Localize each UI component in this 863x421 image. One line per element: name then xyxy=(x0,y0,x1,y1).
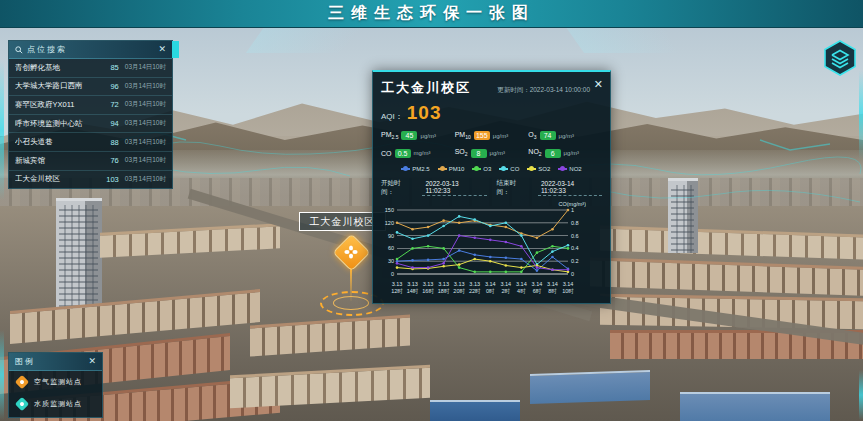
collapse-handle[interactable] xyxy=(172,41,179,58)
pollutant-unit: μg/m³ xyxy=(559,133,574,139)
station-aqi-value: 76 xyxy=(110,156,118,165)
svg-text:3.14: 3.14 xyxy=(563,281,574,287)
map-legend-panel: 图例 ✕ 空气监测站点 水质监测站点 xyxy=(8,352,103,418)
aqi-label: AQI： xyxy=(381,111,403,122)
station-name: 工大金川校区 xyxy=(15,174,102,184)
station-panel-title: 点位搜索 xyxy=(27,44,67,55)
svg-text:3.13: 3.13 xyxy=(469,281,480,287)
station-name: 新城宾馆 xyxy=(15,156,106,166)
close-icon[interactable]: ✕ xyxy=(594,78,603,91)
station-name: 大学城大学路口西南 xyxy=(15,81,106,91)
pollutant-metric: O3 74 μg/m³ xyxy=(528,131,602,140)
svg-text:0: 0 xyxy=(391,271,394,277)
station-list-item[interactable]: 青创孵化基地 85 03月14日10时 xyxy=(9,59,172,78)
svg-text:0.4: 0.4 xyxy=(571,245,579,251)
pollutant-value-badge: 6 xyxy=(545,149,561,158)
legend-marker xyxy=(401,168,410,170)
legend-label: PM2.5 xyxy=(412,166,429,172)
legend-marker xyxy=(527,168,536,170)
station-update-time: 03月14日10时 xyxy=(125,175,166,184)
svg-text:3.13: 3.13 xyxy=(438,281,449,287)
close-icon[interactable]: ✕ xyxy=(158,45,166,54)
pollutant-trend-chart: CO(mg/m³)030609012015000.20.40.60.813.13… xyxy=(381,200,586,307)
light-streak xyxy=(566,27,734,53)
legend-list: 空气监测站点 水质监测站点 xyxy=(9,371,102,415)
station-list-item[interactable]: 新城宾馆 76 03月14日10时 xyxy=(9,152,172,171)
legend-label: PM10 xyxy=(449,166,465,172)
legend-label: O3 xyxy=(483,166,491,172)
pollutant-metric: PM10 155 μg/m³ xyxy=(455,131,529,140)
svg-text:20时: 20时 xyxy=(453,288,465,294)
highrise-building xyxy=(668,178,698,253)
chart-legend-item[interactable]: SO2 xyxy=(527,166,550,172)
pollutant-value-badge: 45 xyxy=(401,131,417,140)
svg-text:3.13: 3.13 xyxy=(392,281,403,287)
chart-legend-item[interactable]: O3 xyxy=(472,166,491,172)
station-update-time: 03月14日10时 xyxy=(125,100,166,109)
close-icon[interactable]: ✕ xyxy=(88,357,96,366)
app-header: 三维生态环保一张图 xyxy=(0,0,863,28)
svg-text:0.2: 0.2 xyxy=(571,258,579,264)
pollutant-metric: SO2 8 μg/m³ xyxy=(455,148,529,157)
end-time-label: 结束时间： xyxy=(497,179,528,197)
station-list-item[interactable]: 呼市环境监测中心站 94 03月14日10时 xyxy=(9,115,172,134)
station-list-item[interactable]: 大学城大学路口西南 96 03月14日10时 xyxy=(9,78,172,97)
svg-text:3.13: 3.13 xyxy=(454,281,465,287)
station-search-panel: 点位搜索 ✕ 青创孵化基地 85 03月14日10时 大学城大学路口西南 96 … xyxy=(8,40,173,189)
station-update-time: 03月14日10时 xyxy=(125,82,166,91)
station-detail-popup: ✕ 工大金川校区 更新时间：2022-03-14 10:00:00 AQI： 1… xyxy=(372,70,611,304)
svg-text:3.14: 3.14 xyxy=(547,281,558,287)
station-update-time: 03月14日10时 xyxy=(125,138,166,147)
pollutant-metric: CO 0.5 mg/m³ xyxy=(381,148,455,157)
chart-legend-item[interactable]: NO2 xyxy=(558,166,581,172)
svg-text:3.14: 3.14 xyxy=(500,281,511,287)
station-list-item[interactable]: 工大金川校区 103 03月14日10时 xyxy=(9,171,172,189)
station-list-item[interactable]: 小召头道巷 88 03月14日10时 xyxy=(9,133,172,152)
layers-icon[interactable] xyxy=(823,40,857,76)
svg-text:60: 60 xyxy=(388,245,394,251)
pollutant-name: NO2 xyxy=(528,148,541,157)
station-marker-icon xyxy=(15,397,29,411)
pollutant-value-badge: 0.5 xyxy=(395,149,411,158)
light-streak xyxy=(246,27,414,53)
edge-glow xyxy=(0,330,4,420)
chart-legend-item[interactable]: PM2.5 xyxy=(401,166,429,172)
svg-text:0.8: 0.8 xyxy=(571,220,579,226)
pollutant-value-badge: 155 xyxy=(474,131,490,140)
svg-text:90: 90 xyxy=(388,232,394,238)
industrial-shed xyxy=(430,400,520,421)
svg-text:10时: 10时 xyxy=(562,288,574,294)
station-name: 小召头道巷 xyxy=(15,137,106,147)
pollutant-metric: PM2.5 45 μg/m³ xyxy=(381,131,455,140)
legend-label: CO xyxy=(510,166,519,172)
pollutant-value-badge: 74 xyxy=(540,131,556,140)
station-list: 青创孵化基地 85 03月14日10时 大学城大学路口西南 96 03月14日1… xyxy=(9,59,172,188)
svg-text:3.13: 3.13 xyxy=(423,281,434,287)
page-title: 三维生态环保一张图 xyxy=(328,3,535,24)
chart-legend-item[interactable]: PM10 xyxy=(438,166,465,172)
pinwheel-icon xyxy=(344,245,358,259)
pollutant-name: PM10 xyxy=(455,131,471,140)
station-aqi-value: 72 xyxy=(110,100,118,109)
svg-text:6时: 6时 xyxy=(533,288,542,294)
pollutant-unit: μg/m³ xyxy=(564,150,579,156)
edge-glow xyxy=(0,60,4,200)
legend-label: NO2 xyxy=(569,166,581,172)
chart-legend-item[interactable]: CO xyxy=(499,166,519,172)
svg-text:150: 150 xyxy=(385,207,394,213)
pollutant-metric: NO2 6 μg/m³ xyxy=(528,148,602,157)
station-aqi-value: 96 xyxy=(110,82,118,91)
pollutant-name: SO2 xyxy=(455,148,468,157)
end-time-field[interactable]: 2022-03-14 11:02:33 xyxy=(538,180,602,196)
svg-text:14时: 14时 xyxy=(407,288,419,294)
station-name: 赛罕区政府YX011 xyxy=(15,100,106,110)
svg-text:12时: 12时 xyxy=(391,288,403,294)
chart-legend: PM2.5 PM10 O3 CO SO2 NO2 xyxy=(381,166,602,172)
start-time-field[interactable]: 2022-03-13 11:02:33 xyxy=(422,180,486,196)
station-update-time: 03月14日10时 xyxy=(125,119,166,128)
station-update-time: 03月14日10时 xyxy=(125,63,166,72)
legend-label: SO2 xyxy=(538,166,550,172)
aqi-value: 103 xyxy=(407,102,442,124)
station-list-item[interactable]: 赛罕区政府YX011 72 03月14日10时 xyxy=(9,96,172,115)
edge-glow xyxy=(859,70,863,160)
